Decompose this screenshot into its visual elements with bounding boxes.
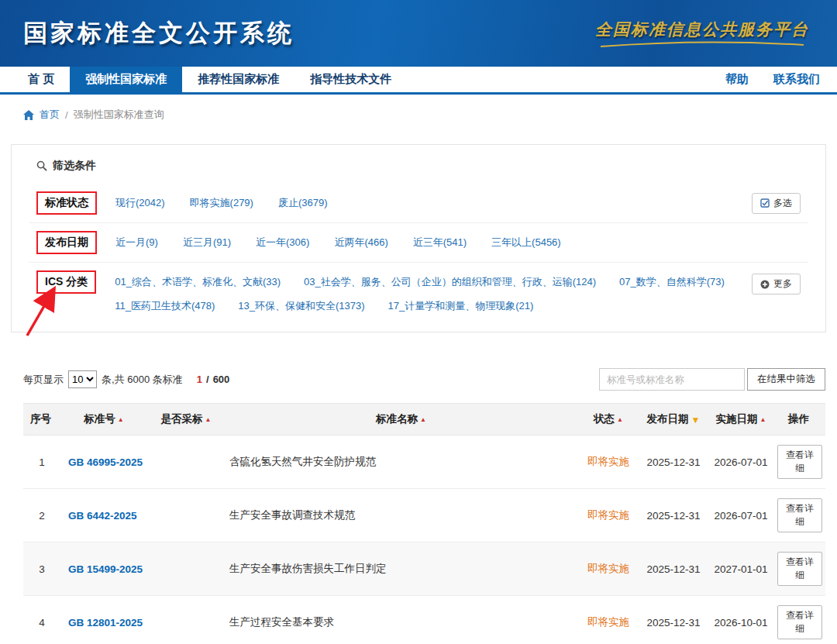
sort-caret-icon: ▲ bbox=[760, 416, 766, 423]
ics-option-13[interactable]: 13_环保、保健和安全(1373) bbox=[238, 299, 364, 313]
standard-code-cell: GB 46995-2025 bbox=[60, 436, 147, 489]
nav-right-links: 帮助 联系我们 bbox=[713, 67, 837, 92]
standard-code-link[interactable]: GB 15499-2025 bbox=[68, 563, 143, 575]
filter-label-ics: ICS 分类 bbox=[36, 270, 96, 294]
standard-code-cell: GB 6442-2025 bbox=[60, 489, 147, 542]
row-index: 1 bbox=[23, 436, 60, 489]
standard-code-link[interactable]: GB 6442-2025 bbox=[68, 510, 137, 522]
publish-date-cell: 2025-12-31 bbox=[639, 542, 708, 596]
standard-code-cell: GB 15499-2025 bbox=[60, 542, 147, 596]
plus-circle-icon bbox=[760, 280, 770, 289]
nav-home[interactable]: 首 页 bbox=[12, 67, 70, 92]
pagination-summary: 每页显示 10 条,共 6000 条标准 1 / 600 bbox=[23, 370, 229, 388]
col-impl-date[interactable]: 实施日期▲ bbox=[708, 404, 774, 436]
home-icon bbox=[23, 110, 34, 120]
standard-code-link[interactable]: GB 12801-2025 bbox=[68, 617, 143, 629]
ics-options: 01_综合、术语学、标准化、文献(33) 03_社会学、服务、公司（企业）的组织… bbox=[115, 270, 752, 313]
ics-option-01[interactable]: 01_综合、术语学、标准化、文献(33) bbox=[115, 275, 281, 289]
platform-slogan-text: 全国标准信息公共服务平台 bbox=[595, 19, 809, 40]
breadcrumb-home-link[interactable]: 首页 bbox=[40, 108, 60, 122]
impl-date-cell: 2027-01-01 bbox=[708, 542, 774, 596]
filter-row-status: 标准状态 现行(2042) 即将实施(279) 废止(3679) 多选 bbox=[29, 184, 808, 223]
date-option-2years[interactable]: 近两年(466) bbox=[334, 236, 388, 250]
view-detail-button[interactable]: 查看详细 bbox=[777, 445, 822, 479]
sort-caret-icon: ▲ bbox=[420, 416, 426, 423]
filter-search-icon bbox=[36, 160, 47, 171]
view-detail-button[interactable]: 查看详细 bbox=[777, 552, 822, 586]
date-option-1month[interactable]: 近一月(9) bbox=[115, 236, 158, 250]
status-cell: 即将实施 bbox=[577, 542, 639, 596]
col-standard-name[interactable]: 标准名称▲ bbox=[225, 404, 577, 436]
table-row: 2 GB 6442-2025 生产安全事故调查技术规范 即将实施 2025-12… bbox=[23, 489, 825, 542]
site-title: 国家标准全文公开系统 bbox=[23, 17, 294, 50]
ics-options-line-2: 11_医药卫生技术(478) 13_环保、保健和安全(1373) 17_计量学和… bbox=[115, 299, 752, 313]
impl-date-cell: 2026-07-01 bbox=[708, 489, 774, 542]
publish-date-options: 近一月(9) 近三月(91) 近一年(306) 近两年(466) 近三年(541… bbox=[115, 236, 801, 250]
result-count-text: 条,共 6000 条标准 bbox=[102, 373, 183, 387]
col-publish-date[interactable]: 发布日期▼ bbox=[639, 404, 708, 436]
filter-results-button[interactable]: 在结果中筛选 bbox=[747, 368, 825, 391]
adopted-cell bbox=[147, 489, 225, 542]
col-standard-code[interactable]: 标准号▲ bbox=[60, 404, 147, 436]
nav-mandatory-standards[interactable]: 强制性国家标准 bbox=[70, 67, 182, 92]
filter-row-ics: ICS 分类 01_综合、术语学、标准化、文献(33) 03_社会学、服务、公司… bbox=[29, 263, 808, 321]
ics-option-17[interactable]: 17_计量学和测量、物理现象(21) bbox=[388, 299, 534, 313]
more-button[interactable]: 更多 bbox=[752, 274, 801, 294]
standards-table: 序号 标准号▲ 是否采标▲ 标准名称▲ 状态▲ 发布日期▼ 实施日期▲ 操作 1… bbox=[23, 403, 825, 644]
table-row: 1 GB 46995-2025 含硫化氢天然气井安全防护规范 即将实施 2025… bbox=[23, 436, 825, 489]
current-page: 1 bbox=[197, 374, 202, 385]
page-indicator: 1 / 600 bbox=[197, 374, 230, 385]
col-status[interactable]: 状态▲ bbox=[577, 404, 639, 436]
date-option-over-3years[interactable]: 三年以上(5456) bbox=[491, 236, 561, 250]
filter-panel-title: 筛选条件 bbox=[29, 157, 808, 184]
impl-date-cell: 2026-07-01 bbox=[708, 436, 774, 489]
status-option-current[interactable]: 现行(2042) bbox=[115, 196, 165, 210]
table-row: 3 GB 15499-2025 生产安全事故伤害损失工作日判定 即将实施 202… bbox=[23, 542, 825, 596]
more-label: 更多 bbox=[773, 277, 792, 291]
ics-option-11[interactable]: 11_医药卫生技术(478) bbox=[115, 299, 215, 313]
standard-name-cell: 含硫化氢天然气井安全防护规范 bbox=[225, 436, 577, 489]
page-separator: / bbox=[206, 374, 209, 385]
nav-recommended-standards[interactable]: 推荐性国家标准 bbox=[182, 67, 294, 92]
filter-label-publish-date: 发布日期 bbox=[36, 231, 97, 254]
status-options: 现行(2042) 即将实施(279) 废止(3679) bbox=[115, 196, 752, 210]
platform-slogan: 全国标准信息公共服务平台 bbox=[595, 19, 809, 49]
sort-caret-icon: ▲ bbox=[118, 416, 124, 423]
nav-contact[interactable]: 联系我们 bbox=[761, 72, 832, 87]
breadcrumb: 首页 / 强制性国家标准查询 bbox=[0, 95, 837, 132]
status-cell: 即将实施 bbox=[577, 489, 639, 542]
status-option-upcoming[interactable]: 即将实施(279) bbox=[190, 196, 253, 210]
status-option-abolished[interactable]: 废止(3679) bbox=[278, 196, 328, 210]
date-option-1year[interactable]: 近一年(306) bbox=[256, 236, 309, 250]
view-detail-button[interactable]: 查看详细 bbox=[777, 605, 822, 639]
filter-panel: 筛选条件 标准状态 现行(2042) 即将实施(279) 废止(3679) 多选… bbox=[11, 144, 826, 332]
ics-option-03[interactable]: 03_社会学、服务、公司（企业）的组织和管理、行政、运输(124) bbox=[304, 275, 596, 289]
impl-date-cell: 2026-10-01 bbox=[708, 596, 774, 644]
gold-flourish-underline bbox=[598, 41, 807, 49]
row-index: 2 bbox=[23, 489, 60, 542]
row-index: 3 bbox=[23, 542, 60, 596]
multi-select-button[interactable]: 多选 bbox=[752, 193, 801, 214]
nav-guiding-documents[interactable]: 指导性技术文件 bbox=[294, 67, 407, 92]
table-row: 4 GB 12801-2025 生产过程安全基本要求 即将实施 2025-12-… bbox=[23, 596, 825, 644]
col-adopted[interactable]: 是否采标▲ bbox=[147, 404, 225, 436]
sort-caret-icon: ▲ bbox=[205, 416, 212, 423]
filter-row-publish-date: 发布日期 近一月(9) 近三月(91) 近一年(306) 近两年(466) 近三… bbox=[29, 223, 808, 263]
status-cell: 即将实施 bbox=[577, 596, 639, 644]
standard-code-link[interactable]: GB 46995-2025 bbox=[68, 456, 143, 468]
per-page-select[interactable]: 10 bbox=[68, 370, 97, 388]
adopted-cell bbox=[147, 542, 225, 596]
search-input[interactable] bbox=[599, 368, 745, 391]
checkbox-icon bbox=[760, 198, 770, 208]
col-index: 序号 bbox=[23, 404, 60, 436]
sort-caret-icon: ▲ bbox=[617, 416, 623, 423]
filter-label-status: 标准状态 bbox=[36, 191, 97, 215]
ics-option-07[interactable]: 07_数学、自然科学(73) bbox=[619, 275, 725, 289]
total-pages: 600 bbox=[213, 374, 230, 385]
date-option-3years[interactable]: 近三年(541) bbox=[413, 236, 467, 250]
date-option-3months[interactable]: 近三月(91) bbox=[183, 236, 231, 250]
nav-help[interactable]: 帮助 bbox=[713, 72, 761, 87]
view-detail-button[interactable]: 查看详细 bbox=[777, 498, 822, 532]
col-actions: 操作 bbox=[774, 404, 825, 436]
status-cell: 即将实施 bbox=[577, 436, 639, 489]
